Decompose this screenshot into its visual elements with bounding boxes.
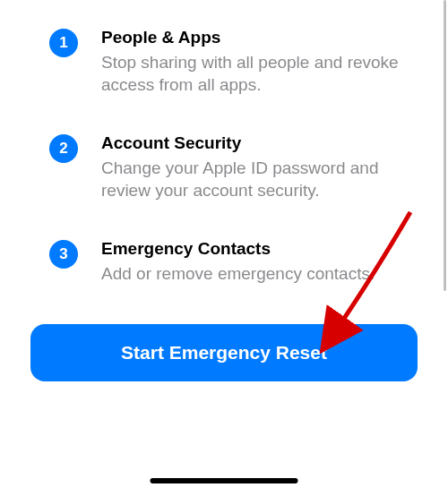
step-title: Account Security bbox=[101, 133, 412, 155]
step-1: 1 People & Apps Stop sharing with all pe… bbox=[49, 27, 412, 97]
step-text-block: Account Security Change your Apple ID pa… bbox=[101, 133, 412, 202]
step-description: Add or remove emergency contacts. bbox=[101, 262, 412, 286]
home-indicator[interactable] bbox=[151, 478, 298, 483]
step-title: Emergency Contacts bbox=[101, 238, 412, 261]
step-description: Stop sharing with all people and revoke … bbox=[101, 51, 412, 97]
start-emergency-reset-button[interactable]: Start Emergency Reset bbox=[30, 324, 418, 381]
step-title: People & Apps bbox=[101, 27, 412, 49]
step-text-block: Emergency Contacts Add or remove emergen… bbox=[101, 238, 412, 285]
step-text-block: People & Apps Stop sharing with all peop… bbox=[101, 27, 412, 97]
step-3: 3 Emergency Contacts Add or remove emerg… bbox=[49, 238, 412, 285]
step-description: Change your Apple ID password and review… bbox=[101, 157, 412, 202]
step-2: 2 Account Security Change your Apple ID … bbox=[49, 133, 412, 202]
step-number-badge: 1 bbox=[49, 29, 78, 57]
step-number-badge: 3 bbox=[49, 240, 78, 269]
scroll-indicator[interactable] bbox=[444, 0, 446, 291]
step-number-badge: 2 bbox=[49, 134, 78, 163]
steps-list: 1 People & Apps Stop sharing with all pe… bbox=[0, 0, 448, 285]
